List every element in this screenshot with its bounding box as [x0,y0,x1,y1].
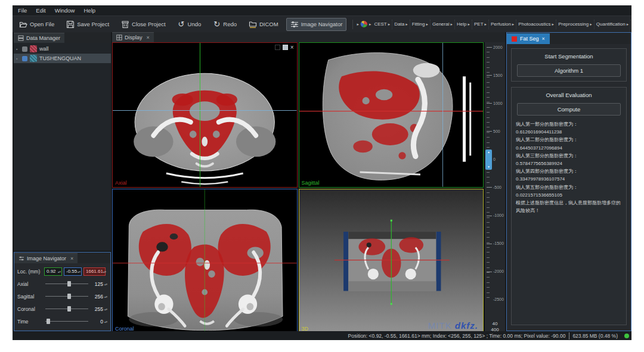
menu-help[interactable]: Help [83,7,95,14]
threed-scene-image [299,189,484,334]
compute-button[interactable]: Compute [517,103,621,116]
spinner-arrows-icon[interactable]: ▴▾ [78,270,80,273]
spinner-arrows-icon[interactable]: ▴▾ [104,320,107,323]
tab-display[interactable]: Display × [112,32,154,42]
submenu-arrow-icon: ▸ [485,22,487,27]
tree-expander-icon[interactable]: ▪ [16,57,20,61]
lw-slider-handle[interactable]: ▲▼ [485,149,492,170]
color-wheel-menu-arrow[interactable]: ▸ [368,22,373,27]
pin-icon[interactable] [275,45,280,50]
menu-edit[interactable]: Edit [36,7,45,14]
loc-y-spinbox[interactable]: -0.55▴▾ [64,267,82,276]
spinner-arrows-icon[interactable]: ▴▾ [58,270,61,273]
menu-window[interactable]: Window [55,7,75,14]
result-line: 病人第五部分的脂肪密度为：0.0221571536655105 [516,183,622,199]
level-window-slider[interactable]: 2000 1500 1000 500 0 -500 -1000 -1500 -2… [485,42,505,334]
slider-handle[interactable] [47,319,50,324]
loc-z-spinbox[interactable]: 1661.61▴▾ [83,267,106,276]
lw-tick-label: 1000 [493,101,503,105]
loc-x-spinbox[interactable]: 0.92▴▾ [44,267,62,276]
sagittal-view[interactable]: Sagittal [299,42,484,188]
image-navigator-body: Loc. (mm) 0.92▴▾ -0.55▴▾ 1661.61▴▾ Axial… [14,263,110,331]
overall-evaluation-title: Overall Evaluation [515,91,623,103]
threed-view[interactable]: 3D MITK dkfz. [299,189,484,334]
image-navigator-tabbar: Image Navigator × [14,253,110,263]
axial-view[interactable]: × Axial [112,42,298,188]
save-project-button[interactable]: Save Project [62,18,113,31]
slider-handle[interactable] [67,294,71,299]
visibility-checkbox-on[interactable] [22,56,27,61]
undo-button[interactable]: ↺ Undo [174,18,206,30]
data-manager-icon [18,35,24,41]
tree-expander-icon[interactable]: ▪ [16,47,20,51]
menu-segmentation[interactable]: Segmentation▸ [631,20,631,29]
menu-general[interactable]: General▸ [431,20,455,29]
time-slider[interactable] [45,317,88,325]
image-navigator-panel: Image Navigator × Loc. (mm) 0.92▴▾ -0.55… [14,252,111,331]
data-node-tushengquan[interactable]: ▪ TUSHENGQUAN [14,54,111,63]
open-file-icon [19,20,27,29]
menu-file[interactable]: File [18,7,27,14]
close-tab-icon[interactable]: × [70,256,73,261]
axial-slider-row: Axial 125 ▴▾ [16,278,109,290]
close-tab-icon[interactable]: × [542,36,545,42]
visibility-checkbox-off[interactable] [22,46,27,52]
menu-data[interactable]: Data▸ [392,20,410,29]
menu-cest[interactable]: CEST▸ [372,20,392,29]
algorithm-1-button[interactable]: Algorithm 1 [517,64,621,77]
lw-tick-label: -2500 [493,297,504,301]
spinner-arrows-icon[interactable]: ▴▾ [103,270,106,273]
submenu-arrow-icon: ▸ [467,22,470,27]
image-navigator-tab-icon [18,256,24,261]
image-navigator-button[interactable]: Image Navigator [286,18,347,31]
dicom-button[interactable]: DICOM [244,18,283,31]
level-value[interactable]: 40 [485,321,505,327]
close-tab-icon[interactable]: × [147,35,150,41]
fullscreen-icon[interactable]: × [290,45,294,50]
start-segmentation-title: Start Segmentation [515,52,623,64]
slider-handle[interactable] [67,306,71,311]
menu-photoacoustics[interactable]: Photoacoustics▸ [516,20,556,29]
display-area: Display × [112,32,505,331]
mitk-workbench-window: File Edit Window Help Open File Save Pro… [13,5,631,340]
menu-perfusion[interactable]: Perfusion▸ [489,20,516,29]
data-node-wall[interactable]: ▪ wall [14,44,111,54]
coronal-view[interactable]: Coronal [112,189,298,334]
coronal-slider[interactable] [45,305,88,313]
open-file-button[interactable]: Open File [15,18,58,31]
slider-handle[interactable] [67,281,71,286]
redo-button[interactable]: ↻ Redo [209,18,241,30]
spinner-arrows-icon[interactable]: ▴▾ [104,308,107,310]
quad-view-grid: × Axial [112,42,505,334]
spinner-arrows-icon[interactable]: ▴▾ [104,295,107,298]
menu-quantification[interactable]: Quantification▸ [595,20,631,29]
toolbar-extension-arrow[interactable]: ▸ [355,22,360,27]
sagittal-slider[interactable] [45,292,88,300]
view-menu-icon[interactable] [283,45,288,50]
tab-fat-seg[interactable]: Fat Seg × [507,33,550,44]
mitk-watermark: MITK dkfz. [428,320,478,331]
axial-slider[interactable] [45,280,88,288]
tab-image-navigator[interactable]: Image Navigator × [14,253,78,263]
menu-preprocessing[interactable]: Preprocessing▸ [556,20,595,29]
coronal-ct-image [113,189,297,334]
submenu-arrow-icon: ▸ [405,22,408,27]
menu-pet[interactable]: PET▸ [472,20,489,29]
menu-help[interactable]: Help▸ [455,20,472,29]
status-bar: Position: <0.92, -0.55, 1661.61> mm; Ind… [13,331,631,340]
spinner-arrows-icon[interactable]: ▴▾ [104,283,107,285]
menu-fitting[interactable]: Fitting▸ [410,20,431,29]
result-line: 病人第四部分的脂肪密度为：0.33479978936107574 [516,167,622,183]
memory-status-icon [624,334,629,338]
time-slider-row: Time 0 ▴▾ [16,315,109,328]
sagittal-slider-row: Sagittal 256 ▴▾ [16,290,109,303]
tab-data-manager[interactable]: Data Manager [14,33,64,43]
data-node-tree: ▪ wall ▪ TUSHENGQUAN [14,43,111,251]
evaluation-results: 病人第一部分的脂肪密度为：0.6126016904411238 病人第二部分的脂… [515,116,623,214]
close-project-button[interactable]: Close Project [117,18,170,31]
result-line: 病人第一部分的脂肪密度为：0.6126016904411238 [516,120,622,136]
color-wheel-icon[interactable] [360,20,368,28]
display-tab-label: Display [125,35,143,41]
fat-seg-body: Start Segmentation Algorithm 1 Overall E… [507,44,631,331]
display-tabbar: Display × [112,32,505,42]
